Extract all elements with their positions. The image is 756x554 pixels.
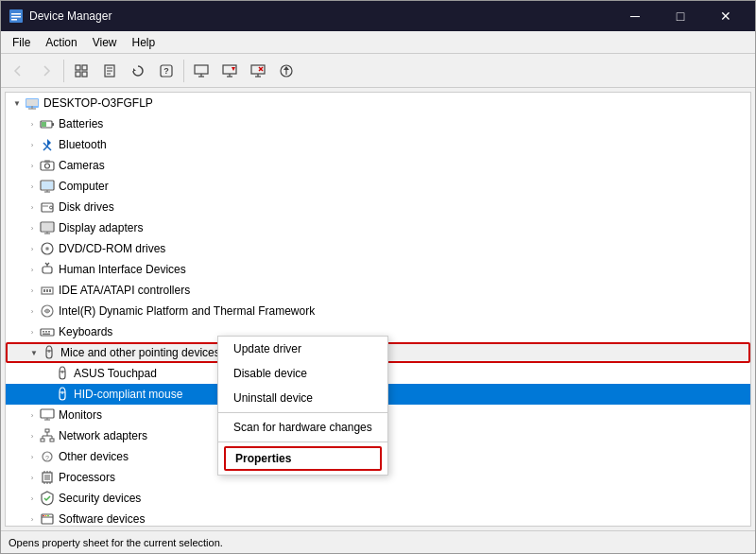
monitor-button[interactable] (188, 58, 215, 84)
display-expander[interactable]: › (25, 220, 40, 235)
svg-rect-49 (42, 223, 53, 231)
ctx-disable-device[interactable]: Disable device (218, 361, 387, 386)
properties-list-button[interactable] (96, 58, 123, 84)
toolbar-sep-2 (183, 60, 184, 82)
svg-rect-4 (76, 65, 80, 70)
svg-rect-88 (44, 475, 50, 480)
maximize-button[interactable]: □ (659, 1, 702, 31)
security-expander[interactable]: › (25, 491, 40, 506)
cameras-label: Cameras (59, 159, 105, 172)
tree-item-software[interactable]: › Software devices (6, 509, 750, 527)
minimize-button[interactable]: ─ (613, 1, 657, 31)
menu-help[interactable]: Help (125, 34, 163, 51)
software-icon (40, 511, 55, 527)
batteries-expander[interactable]: › (25, 116, 40, 131)
keyboards-label: Keyboards (59, 325, 112, 338)
other-label: Other devices (59, 450, 129, 463)
intel-expander[interactable]: › (25, 303, 40, 319)
collapse-button[interactable] (68, 58, 94, 84)
tree-item-batteries[interactable]: › Batteries (6, 113, 750, 134)
ctx-uninstall-device[interactable]: Uninstall device (218, 386, 387, 410)
svg-rect-67 (48, 331, 50, 333)
window-icon (9, 9, 24, 24)
svg-rect-2 (11, 16, 21, 18)
other-expander[interactable]: › (25, 449, 40, 464)
ctx-update-driver[interactable]: Update driver (218, 337, 387, 361)
ide-icon (40, 283, 55, 298)
tree-item-intel[interactable]: › Intel(R) Dynamic Platform and Thermal … (6, 301, 750, 321)
keyboards-icon (40, 324, 55, 339)
hid-expander[interactable]: › (25, 262, 40, 277)
touchpad-label: ASUS Touchpad (74, 367, 157, 380)
tree-item-cameras[interactable]: › Cameras (6, 155, 750, 176)
disk-expander[interactable]: › (25, 199, 40, 215)
uninstall-button[interactable] (245, 58, 271, 84)
svg-line-57 (45, 263, 47, 265)
svg-text:?: ? (163, 66, 169, 76)
tree-item-disk[interactable]: › Disk drives (6, 197, 750, 217)
processors-expander[interactable]: › (25, 470, 40, 485)
tree-item-security[interactable]: › Security devices (6, 488, 750, 509)
svg-rect-6 (76, 72, 80, 77)
svg-rect-65 (43, 331, 44, 333)
svg-marker-28 (284, 66, 289, 70)
back-button[interactable] (5, 58, 31, 84)
help-button[interactable]: ? (153, 58, 180, 84)
cameras-expander[interactable]: › (25, 158, 40, 173)
svg-rect-35 (52, 123, 54, 126)
svg-rect-18 (223, 65, 236, 74)
tree-item-computer[interactable]: › Computer (6, 176, 750, 197)
tree-item-ide[interactable]: › IDE ATA/ATAPI controllers (6, 280, 750, 301)
menu-view[interactable]: View (85, 34, 125, 51)
bluetooth-icon (40, 137, 55, 152)
svg-point-39 (45, 164, 50, 168)
tree-item-display[interactable]: › Display adapters (6, 217, 750, 238)
hid-icon (40, 262, 55, 277)
network-expander[interactable]: › (25, 428, 40, 443)
svg-rect-15 (195, 65, 208, 74)
security-label: Security devices (59, 492, 141, 505)
update-driver-toolbar-button[interactable] (273, 58, 300, 84)
svg-rect-78 (45, 429, 49, 432)
software-expander[interactable]: › (25, 511, 40, 527)
computer-expander[interactable]: › (25, 179, 40, 194)
processors-icon (40, 470, 55, 485)
svg-rect-55 (43, 267, 52, 273)
monitors-expander[interactable]: › (25, 407, 40, 423)
svg-rect-68 (43, 334, 50, 336)
tree-item-bluetooth[interactable]: › Bluetooth (6, 134, 750, 155)
ctx-scan-changes[interactable]: Scan for hardware changes (218, 415, 387, 440)
svg-point-46 (50, 206, 53, 209)
batteries-icon (40, 116, 55, 131)
bluetooth-expander[interactable]: › (25, 137, 40, 152)
dvd-label: DVD/CD-ROM drives (59, 242, 165, 255)
svg-point-99 (47, 515, 49, 517)
keyboards-expander[interactable]: › (25, 324, 40, 339)
toolbar-sep-1 (63, 60, 64, 82)
batteries-label: Batteries (59, 117, 103, 130)
ide-expander[interactable]: › (25, 283, 40, 298)
menu-file[interactable]: File (5, 34, 38, 51)
svg-rect-40 (44, 160, 50, 163)
forward-button[interactable] (33, 58, 60, 84)
computer-icon (40, 179, 55, 194)
svg-text:?: ? (45, 455, 49, 461)
network-label: Network adapters (59, 429, 147, 442)
refresh-button[interactable] (125, 58, 151, 84)
svg-rect-1 (11, 13, 21, 15)
tree-item-dvd[interactable]: › DVD/CD-ROM drives (6, 238, 750, 259)
root-expander[interactable]: ▼ (9, 95, 25, 111)
tree-root[interactable]: ▼ DESKTOP-O3FGFLP (6, 93, 750, 113)
cameras-icon (40, 158, 55, 173)
menu-action[interactable]: Action (38, 34, 84, 51)
context-menu: Update driver Disable device Uninstall d… (217, 336, 388, 476)
close-button[interactable]: ✕ (704, 1, 747, 31)
status-bar: Opens property sheet for the current sel… (1, 530, 755, 553)
dvd-icon (40, 241, 55, 256)
dvd-expander[interactable]: › (25, 241, 40, 256)
scan-button[interactable] (216, 58, 243, 84)
tree-item-hid[interactable]: › Human Interface Devices (6, 259, 750, 280)
ctx-properties[interactable]: Properties (224, 446, 382, 471)
mice-expander[interactable]: ▼ (26, 345, 42, 360)
svg-rect-42 (42, 182, 53, 189)
